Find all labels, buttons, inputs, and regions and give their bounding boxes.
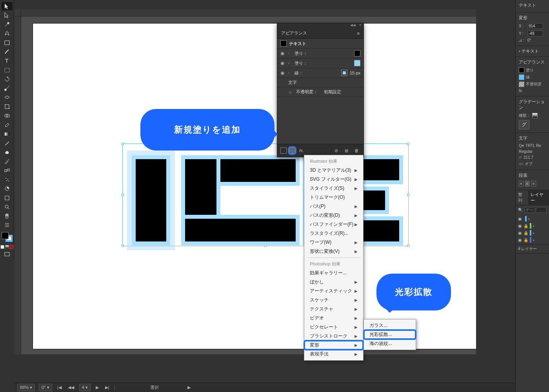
fx-menu-item[interactable]: テクスチャ▶ [304,305,363,314]
layer-row[interactable]: ◉🔒› [516,236,549,243]
type-tool[interactable]: T [2,57,13,65]
eraser-tool[interactable] [2,121,13,129]
align-buttons[interactable]: ≡ ≡ ≡ [519,180,546,187]
layers-tab[interactable]: レイヤー [528,190,549,205]
stroke-swatch-icon[interactable] [519,74,524,80]
expand-icon[interactable]: › [288,51,292,55]
line-tool[interactable] [2,66,13,74]
appearance-character-row[interactable]: 文字 [277,78,364,87]
visibility-icon[interactable]: ◉ [280,70,286,76]
width-tool[interactable] [2,93,13,102]
pencil-tool[interactable] [2,139,13,147]
delete-button[interactable]: 🗑 [353,147,360,154]
clear-button[interactable]: ⊘ [332,147,340,154]
paintbrush-tool[interactable] [2,47,13,56]
color-mode-row[interactable] [0,245,14,249]
expand-icon[interactable]: › [288,61,292,65]
fx-menu-item[interactable]: スケッチ▶ [304,296,363,305]
free-transform-tool[interactable] [2,102,13,111]
zoom-dropdown[interactable]: 88% ▾ [17,384,35,391]
layer-row[interactable]: ◉› [516,215,549,222]
fx-menu-item[interactable]: ラスタライズ(R)... [304,229,363,238]
appearance-stroke-row[interactable]: ◉ › 線： 15 px [277,68,364,78]
fx-menu-item[interactable]: パス(P)▶ [304,202,363,211]
fill-swatch-icon[interactable] [519,67,524,73]
selected-text-object[interactable] [122,143,409,246]
kerning-value[interactable]: オプ [525,161,533,167]
zoom-tool[interactable] [2,203,13,211]
blob-brush-tool[interactable] [2,148,13,156]
effects-menu[interactable]: Illustrator 効果 3D とマテリアル(3)▶SVG フィルター(G)… [304,155,364,361]
first-artboard-button[interactable]: |◀ [56,385,63,390]
fx-menu-item[interactable]: SVG フィルター(G)▶ [304,175,363,184]
pen-tool[interactable] [2,29,13,38]
panel-menu-icon[interactable]: ≡ [357,31,360,36]
fx-menu-item[interactable]: ワープ(W)▶ [304,238,363,247]
fx-menu-item[interactable]: アーティスティック▶ [304,287,363,296]
gradient-button[interactable]: グ [519,120,529,129]
font-name[interactable]: TRTL Re [525,143,541,148]
gradient-swatch[interactable] [532,113,538,118]
mode-arrow[interactable]: ▶ [186,385,192,390]
stroke-value[interactable]: 15 px [350,71,360,75]
blend-tool[interactable] [2,166,13,174]
fx-menu-item[interactable]: 表現手法▶ [304,350,363,359]
appearance-object-row[interactable]: テキスト [277,39,364,49]
scale-tool[interactable] [2,84,13,93]
last-artboard-button[interactable]: ▶| [104,385,111,390]
x-input[interactable] [527,23,543,29]
fx-menu-item[interactable]: ピクセレート▶ [304,323,363,332]
expand-icon[interactable]: › [288,71,292,75]
artboard-tool[interactable] [2,194,13,202]
fx-menu-item[interactable]: トリムマーク(O) [304,193,363,202]
fx-menu-item[interactable]: パスの変形(D)▶ [304,211,363,220]
next-artboard-button[interactable]: ▶ [95,385,100,390]
layer-row[interactable]: ◉🔒› [516,229,549,236]
font-style[interactable]: Regular [519,149,533,154]
angle-value[interactable]: 0° [527,38,531,42]
fx-menu-item[interactable]: 効果ギャラリー... [304,269,363,278]
appearance-opacity-row[interactable]: ◉ 不透明度： 初期設定 [277,87,364,97]
opacity-swatch-icon[interactable] [519,82,524,87]
duplicate-button[interactable]: ⊞ [342,147,350,154]
hand-tool[interactable] [2,212,13,220]
new-fill-button[interactable] [289,147,295,154]
fx-menu-item[interactable]: 変形▶ [304,341,363,350]
fx-menu-item[interactable]: ブラシストローク▶ [304,332,363,341]
fx-submenu-item[interactable]: 海の波紋... [364,339,416,348]
fx-menu-item[interactable]: ぼかし▶ [304,278,363,287]
fx-mini-label[interactable]: fx. [519,89,523,93]
fx-menu-item[interactable]: 3D とマテリアル(3)▶ [304,166,363,175]
visibility-icon[interactable]: ◉ [288,89,294,95]
fx-menu-item[interactable]: ビデオ▶ [304,314,363,323]
screen-mode-tool[interactable] [2,250,13,258]
appearance-fill-row-1[interactable]: ◉ › 塗り： [277,49,364,58]
y-input[interactable] [527,31,543,36]
appearance-fill-row-2[interactable]: ◉ › 塗り： [277,58,364,68]
direct-selection-tool[interactable] [2,11,13,19]
visibility-icon[interactable]: ◉ [280,60,286,66]
effects-submenu[interactable]: ガラス...光彩拡散...海の波紋... [364,319,416,350]
fx-menu-item[interactable]: 形状に変換(V)▶ [304,247,363,256]
layer-search[interactable] [524,207,547,213]
symbol-sprayer-tool[interactable] [2,175,13,183]
visibility-icon[interactable]: ◉ [280,51,286,56]
artboard-number[interactable]: 4 ▾ [79,384,91,391]
layer-row[interactable]: ◉🔒› [516,222,549,229]
eyedropper-tool[interactable] [2,157,13,165]
slice-tool[interactable] [2,221,13,229]
fill-swatch[interactable] [354,50,360,56]
rotate-tool[interactable] [2,75,13,83]
magic-wand-tool[interactable] [2,20,13,29]
rotation-dropdown[interactable]: 0° ▾ [39,384,52,391]
text-more-section[interactable]: › テキスト [516,46,549,57]
fill-stroke-swatch[interactable] [2,232,13,242]
fx-submenu-item[interactable]: 光彩拡散... [364,330,416,339]
font-size[interactable]: 311.7 [524,155,533,160]
selection-tool[interactable] [2,2,13,10]
fx-button[interactable]: fx. [298,147,305,154]
shape-builder-tool[interactable] [2,111,13,120]
rectangle-tool[interactable] [2,38,13,47]
fill-swatch[interactable] [354,60,360,66]
text-tab[interactable]: テキスト [519,2,546,8]
